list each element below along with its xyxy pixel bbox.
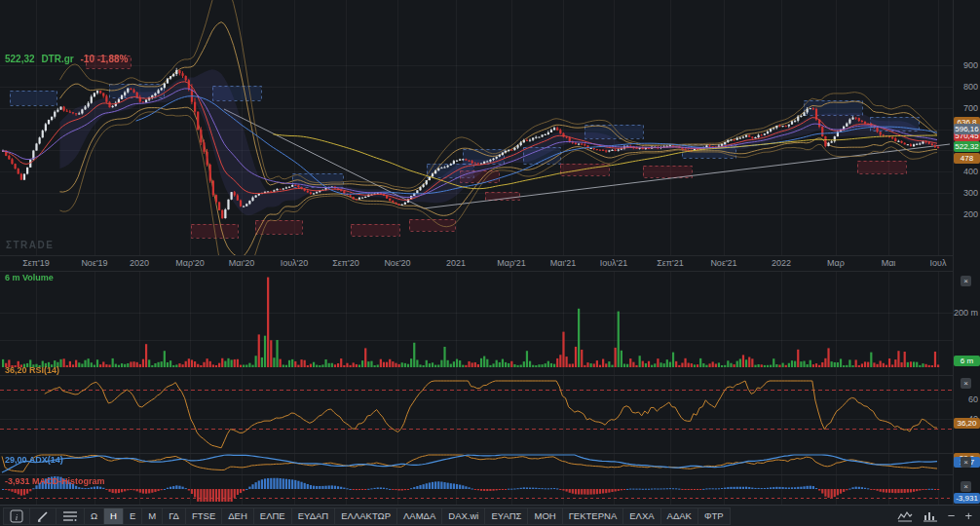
time-axis-label: Μαρ'20 (175, 258, 205, 268)
bottom-toolbar: iΩHEMΓΔFTSEΔΕΗΕΛΠΕΕΥΔΑΠΕΛΛΑΚΤΩΡΛΑΜΔΑDAX.… (0, 505, 980, 526)
symbol-tab-DAX.wi[interactable]: DAX.wi (441, 507, 485, 525)
close-volume-panel-button[interactable]: × (961, 276, 971, 286)
time-axis-label: Σεπ'19 (22, 258, 50, 268)
time-axis-label: Νοε'20 (384, 258, 410, 268)
axis-tick: 400 (963, 167, 978, 176)
time-axis-label: Μαρ'21 (497, 258, 526, 268)
symbol-tab-ΓΔ[interactable]: ΓΔ (162, 507, 186, 525)
last-price: 522,32 (5, 54, 35, 64)
macd-panel-canvas[interactable] (0, 474, 953, 505)
adx-legend: 29,00 ADX(14) (5, 455, 63, 465)
symbol-tab-ΕΥΑΠΣ[interactable]: ΕΥΑΠΣ (484, 507, 528, 525)
time-axis-label: Μαρ (827, 258, 845, 268)
axis-tick: 200 (963, 209, 978, 219)
price-axis[interactable]: 900800700400300200200 m6040636,8570,4559… (953, 0, 980, 505)
time-axis-label: Σεπ'21 (657, 258, 684, 268)
time-axis-label: Ιουλ (930, 258, 947, 268)
axis-tick: 200 m (954, 308, 978, 318)
platform-watermark: ΣTRADE (6, 240, 54, 250)
close-adx-panel-button[interactable]: × (961, 457, 971, 468)
symbol-tab-E[interactable]: E (123, 507, 142, 525)
symbol-tab-H[interactable]: H (103, 507, 124, 525)
zoom-in-icon[interactable]: + (964, 508, 972, 524)
axis-price-badge: 6 m (954, 356, 980, 366)
rsi-legend: 36,20 RSI(14) (5, 365, 59, 375)
symbol-tab-M[interactable]: M (141, 507, 163, 525)
panel-separator (0, 453, 980, 454)
axis-tick: 800 (963, 82, 978, 92)
symbol-tab-ΛΑΜΔΑ[interactable]: ΛΑΜΔΑ (396, 507, 442, 525)
symbol-tab-Ω[interactable]: Ω (84, 507, 104, 525)
chart-legend: 522,32 DTR.gr -10 -1,88% (5, 54, 128, 64)
panel-separator (0, 474, 980, 475)
toolbar-right-controls: −+ (897, 508, 976, 524)
axis-price-badge: 596,16 (954, 124, 980, 134)
histogram-icon[interactable] (923, 510, 938, 522)
time-axis-label: Μαι'20 (229, 258, 254, 268)
line-chart-icon[interactable] (897, 510, 913, 522)
rsi-panel-canvas[interactable] (0, 375, 953, 453)
time-axis-label: 2020 (130, 258, 149, 268)
macd-legend: -3,931 MACD-Histogram (5, 476, 105, 486)
volume-panel-canvas[interactable] (0, 271, 953, 375)
axis-tick: 60 (968, 394, 978, 404)
adx-panel-canvas[interactable] (0, 453, 953, 474)
time-axis-label: Ιουλ'21 (600, 258, 628, 268)
axis-tick: 900 (963, 60, 978, 70)
symbol-tab-ΕΥΔΑΠ[interactable]: ΕΥΔΑΠ (291, 507, 336, 525)
svg-text:i: i (16, 511, 19, 521)
close-macd-panel-button[interactable]: × (961, 481, 971, 492)
volume-legend: 6 m Volume (5, 273, 54, 282)
symbol-name: DTR.gr (41, 54, 73, 64)
symbol-tab-FTSE[interactable]: FTSE (185, 507, 222, 525)
axis-tick: 700 (963, 103, 978, 113)
symbol-tab-ΜΟΗ[interactable]: ΜΟΗ (527, 507, 562, 525)
symbol-tab-ΕΛΠΕ[interactable]: ΕΛΠΕ (253, 507, 292, 525)
symbol-tab-ΓΕΚΤΕΡΝΑ[interactable]: ΓΕΚΤΕΡΝΑ (562, 507, 624, 525)
watchlist-icon[interactable] (56, 507, 85, 525)
trading-platform-window: 522,32 DTR.gr -10 -1,88% ΣTRADE Σεπ'19Νο… (0, 0, 980, 526)
symbol-tab-ΦΤΡ[interactable]: ΦΤΡ (697, 507, 731, 525)
axis-price-badge: -3,931 (954, 493, 980, 504)
symbol-tab-ΑΔΑΚ[interactable]: ΑΔΑΚ (660, 507, 698, 525)
symbol-tab-ΔΕΗ[interactable]: ΔΕΗ (221, 507, 254, 525)
info-icon[interactable]: i (3, 507, 30, 525)
close-rsi-panel-button[interactable]: × (961, 378, 971, 389)
symbol-tab-ΕΛΧΑ[interactable]: ΕΛΧΑ (622, 507, 660, 525)
axis-price-badge: 522,32 (954, 141, 980, 152)
axis-tick: 300 (963, 188, 978, 198)
time-axis-label: Νοε'21 (710, 258, 736, 268)
axis-price-badge: 478 (954, 153, 980, 164)
time-axis-label: Νοε'19 (81, 258, 107, 268)
panel-separator (0, 375, 980, 376)
zoom-out-icon[interactable]: − (948, 508, 956, 524)
symbol-tab-ΕΛΛΑΚΤΩΡ[interactable]: ΕΛΛΑΚΤΩΡ (334, 507, 397, 525)
time-axis-label: Σεπ'20 (332, 258, 359, 268)
time-axis-label: 2021 (446, 258, 466, 268)
time-axis-label: Ιουλ'20 (281, 258, 309, 268)
axis-price-badge: 36,20 (954, 418, 980, 429)
time-axis-label: Μαι'21 (550, 258, 576, 268)
price-change: -10 -1,88% (81, 54, 129, 64)
time-axis-label: 2022 (772, 258, 791, 268)
time-axis[interactable]: Σεπ'19Νοε'192020Μαρ'20Μαι'20Ιουλ'20Σεπ'2… (0, 255, 953, 272)
price-chart-canvas[interactable] (0, 0, 953, 255)
time-axis-label: Μαι (882, 258, 896, 268)
draw-icon[interactable] (29, 507, 57, 525)
